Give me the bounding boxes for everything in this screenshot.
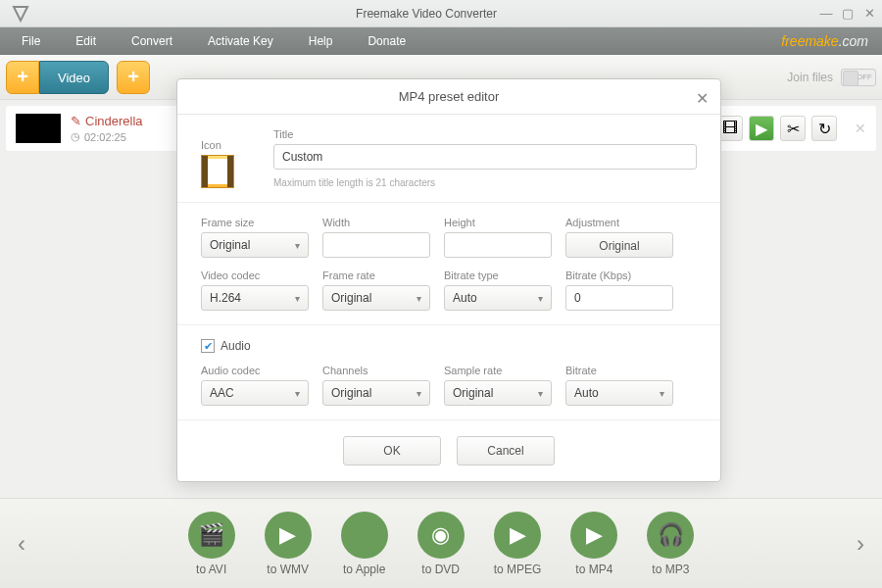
video-thumbnail — [16, 114, 61, 143]
cancel-button[interactable]: Cancel — [457, 436, 555, 466]
remove-file-button[interactable]: ✕ — [855, 121, 866, 136]
film-icon: 🎞 — [722, 120, 738, 137]
edit-icon: ✎ — [71, 114, 81, 128]
audio-codec-label: Audio codec — [201, 365, 309, 376]
clock-icon: ◷ — [71, 130, 80, 143]
play-button[interactable]: ▶ — [749, 116, 774, 141]
ok-button[interactable]: OK — [343, 436, 441, 466]
minimize-button[interactable]: — — [819, 6, 833, 21]
svg-marker-0 — [14, 7, 27, 21]
height-label: Height — [444, 217, 552, 228]
join-files-label: Join files — [787, 71, 833, 84]
rotate-icon: ↻ — [818, 120, 831, 138]
format-mp3[interactable]: 🎧to MP3 — [647, 512, 694, 576]
mp4-icon: ▶ — [570, 512, 617, 559]
scroll-left-button[interactable]: ‹ — [10, 530, 33, 558]
file-name[interactable]: ✎Cinderella — [71, 114, 143, 128]
title-field-label: Title — [273, 128, 697, 140]
plus-icon: + — [6, 61, 39, 94]
dialog-close-button[interactable]: ✕ — [696, 89, 709, 108]
avi-icon: 🎬 — [188, 512, 235, 559]
preset-icon[interactable] — [201, 155, 234, 188]
menu-file[interactable]: File — [4, 34, 58, 48]
channels-label: Channels — [322, 365, 430, 376]
window-title: Freemake Video Converter — [33, 7, 819, 21]
menu-edit[interactable]: Edit — [58, 34, 114, 48]
add-video-label: Video — [39, 61, 109, 94]
video-codec-select[interactable]: H.264 — [201, 285, 309, 311]
format-dvd[interactable]: ◉to DVD — [417, 512, 465, 576]
frame-rate-label: Frame rate — [322, 270, 430, 281]
scroll-right-button[interactable]: › — [849, 530, 872, 558]
audio-bitrate-select[interactable]: Auto — [565, 380, 673, 406]
titlebar: Freemake Video Converter — ▢ ✕ — [0, 0, 882, 27]
audio-checkbox[interactable]: ✔ — [201, 339, 215, 353]
add-video-button[interactable]: + Video — [6, 61, 109, 94]
format-mp4[interactable]: ▶to MP4 — [570, 512, 617, 576]
switch-icon: OFF — [841, 69, 876, 86]
plus-icon: + — [117, 61, 150, 94]
mp3-icon: 🎧 — [647, 512, 694, 559]
format-mpeg[interactable]: ▶to MPEG — [494, 512, 542, 576]
apple-icon — [341, 512, 388, 559]
scissors-icon: ✂ — [787, 120, 800, 138]
rotate-button[interactable]: ↻ — [811, 116, 837, 141]
mpeg-icon: ▶ — [494, 512, 541, 559]
brand-link[interactable]: freemake.com — [781, 33, 878, 49]
width-label: Width — [322, 217, 430, 228]
audio-label: Audio — [220, 339, 251, 353]
sample-rate-select[interactable]: Original — [444, 380, 552, 406]
adjustment-button[interactable]: Original — [565, 232, 673, 258]
format-apple[interactable]: to Apple — [341, 512, 388, 576]
output-formats-bar: ‹ 🎬to AVI ▶to WMV to Apple ◉to DVD ▶to M… — [0, 498, 882, 588]
file-duration: ◷02:02:25 — [71, 130, 143, 143]
close-window-button[interactable]: ✕ — [862, 6, 876, 21]
sample-rate-label: Sample rate — [444, 365, 552, 376]
menu-convert[interactable]: Convert — [114, 34, 190, 48]
menu-help[interactable]: Help — [291, 34, 351, 48]
add-button[interactable]: + — [117, 61, 150, 94]
bitrate-type-label: Bitrate type — [444, 270, 552, 281]
audio-bitrate-label: Bitrate — [565, 365, 673, 376]
menu-donate[interactable]: Donate — [350, 34, 423, 48]
format-avi[interactable]: 🎬to AVI — [188, 512, 235, 576]
bitrate-type-select[interactable]: Auto — [444, 285, 552, 311]
frame-size-label: Frame size — [201, 217, 309, 228]
join-files-toggle[interactable]: Join files OFF — [787, 69, 876, 86]
bitrate-kbps-input[interactable] — [565, 285, 673, 311]
width-input[interactable] — [322, 232, 430, 258]
menu-activate-key[interactable]: Activate Key — [190, 34, 291, 48]
title-hint: Maximum title length is 21 characters — [273, 177, 697, 188]
frame-rate-select[interactable]: Original — [322, 285, 430, 311]
height-input[interactable] — [444, 232, 552, 258]
icon-label: Icon — [201, 139, 260, 151]
title-input[interactable] — [273, 144, 697, 170]
video-codec-label: Video codec — [201, 270, 309, 281]
maximize-button[interactable]: ▢ — [841, 6, 855, 21]
channels-select[interactable]: Original — [322, 380, 430, 406]
dialog-title: MP4 preset editor — [399, 89, 500, 104]
preset-editor-dialog: MP4 preset editor ✕ Icon Title Maximum t… — [176, 78, 721, 482]
audio-codec-select[interactable]: AAC — [201, 380, 309, 406]
app-logo-icon — [8, 1, 33, 26]
cut-button[interactable]: ✂ — [780, 116, 806, 141]
format-wmv[interactable]: ▶to WMV — [265, 512, 312, 576]
menu-bar: File Edit Convert Activate Key Help Dona… — [0, 27, 882, 55]
frame-size-select[interactable]: Original — [201, 232, 309, 258]
dvd-icon: ◉ — [417, 512, 465, 559]
adjustment-label: Adjustment — [565, 217, 673, 228]
bitrate-kbps-label: Bitrate (Kbps) — [565, 270, 673, 281]
wmv-icon: ▶ — [265, 512, 312, 559]
play-icon: ▶ — [756, 120, 767, 138]
